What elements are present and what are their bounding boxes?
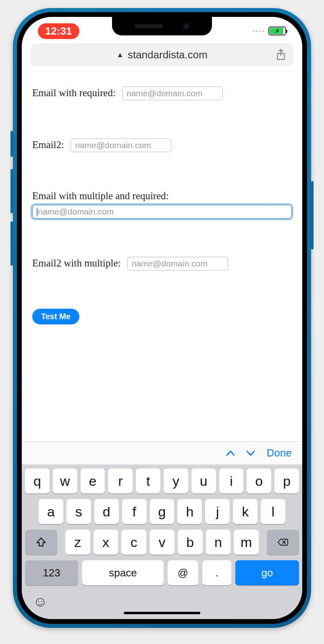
- home-indicator[interactable]: [124, 612, 200, 614]
- key-a[interactable]: a: [39, 499, 63, 524]
- cellular-indicator: [253, 30, 264, 32]
- key-o[interactable]: o: [247, 469, 271, 493]
- email-required-input[interactable]: name@domain.com: [122, 87, 223, 100]
- key-y[interactable]: y: [164, 469, 188, 493]
- url-domain: standardista.com: [128, 49, 208, 61]
- key-l[interactable]: l: [261, 499, 285, 524]
- email-multiple-required-label: Email with multiple and required:: [32, 190, 169, 201]
- email2-multiple-input[interactable]: name@domain.com: [127, 257, 228, 270]
- emoji-key[interactable]: ☺: [32, 593, 48, 609]
- address-bar[interactable]: ▲ standardista.com: [31, 43, 293, 66]
- go-key[interactable]: go: [235, 560, 299, 585]
- key-n[interactable]: n: [206, 530, 231, 555]
- web-content[interactable]: Email with required: name@domain.com Ema…: [22, 72, 302, 441]
- numbers-key[interactable]: 123: [25, 560, 78, 585]
- key-t[interactable]: t: [136, 469, 160, 493]
- key-v[interactable]: v: [150, 530, 174, 555]
- key-h[interactable]: h: [177, 499, 202, 524]
- key-z[interactable]: z: [65, 530, 90, 555]
- next-field-button[interactable]: [246, 450, 255, 457]
- backspace-key[interactable]: [267, 530, 299, 555]
- email2-label: Email2:: [32, 139, 64, 150]
- prev-field-button[interactable]: [226, 450, 235, 457]
- key-q[interactable]: q: [25, 469, 50, 493]
- key-r[interactable]: r: [108, 469, 133, 493]
- key-x[interactable]: x: [93, 530, 118, 555]
- email-required-label: Email with required:: [32, 87, 116, 98]
- key-k[interactable]: k: [233, 499, 258, 524]
- key-b[interactable]: b: [178, 530, 203, 555]
- battery-indicator: ⚡︎: [268, 27, 286, 35]
- keyboard: qwertyuiop asdfghjkl zxcvbnm 123 space: [22, 464, 302, 619]
- email-multiple-required-input[interactable]: name@domain.com: [32, 205, 292, 219]
- key-c[interactable]: c: [121, 530, 146, 555]
- not-secure-icon: ▲: [116, 51, 124, 59]
- at-key[interactable]: @: [168, 560, 198, 585]
- key-p[interactable]: p: [274, 469, 299, 493]
- key-f[interactable]: f: [122, 499, 147, 524]
- key-u[interactable]: u: [191, 469, 216, 493]
- dot-key[interactable]: .: [202, 560, 231, 585]
- key-s[interactable]: s: [66, 499, 91, 524]
- key-w[interactable]: w: [53, 469, 77, 493]
- key-m[interactable]: m: [234, 530, 259, 555]
- key-i[interactable]: i: [219, 469, 244, 493]
- test-me-button[interactable]: Test Me: [32, 309, 79, 324]
- space-key[interactable]: space: [82, 560, 164, 585]
- shift-key[interactable]: [25, 530, 57, 555]
- key-e[interactable]: e: [81, 469, 105, 493]
- status-time-recording[interactable]: 12:31: [38, 23, 79, 39]
- email2-multiple-label: Email2 with multiple:: [32, 258, 120, 268]
- share-icon[interactable]: [276, 49, 286, 61]
- key-d[interactable]: d: [94, 499, 119, 524]
- key-g[interactable]: g: [150, 499, 174, 524]
- key-j[interactable]: j: [205, 499, 230, 524]
- keyboard-done-button[interactable]: Done: [267, 447, 292, 459]
- email2-input[interactable]: name@domain.com: [71, 138, 171, 152]
